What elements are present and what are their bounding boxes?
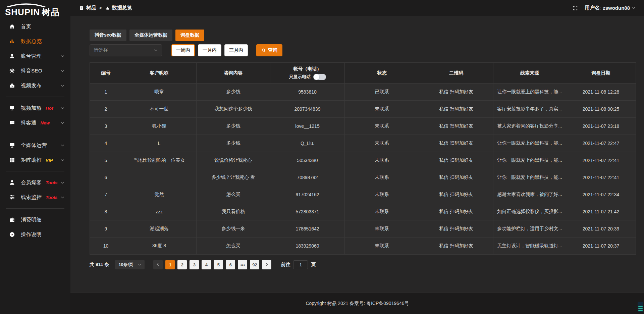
cell-source-link[interactable]: 让你一眼就爱上的黑科技，能...: [493, 135, 566, 152]
sidebar-item-video-publish[interactable]: 视频发布: [0, 79, 70, 92]
sidebar-item-video-heat[interactable]: 视频加热Hot: [0, 102, 70, 114]
cell-source-link[interactable]: 让你一眼就爱上的黑科技，能...: [493, 84, 566, 101]
select-placeholder: 请选择: [94, 47, 108, 53]
page-button-1[interactable]: 1: [165, 260, 175, 269]
sidebar-item-operation-guide[interactable]: ?操作说明: [0, 228, 70, 241]
cell-qrcode-link[interactable]: 私信 扫码加好友: [419, 169, 493, 186]
page-ellipsis-button[interactable]: •••: [238, 260, 247, 269]
sidebar-item-media-operation[interactable]: 全媒体运营: [0, 139, 70, 152]
sidebar-item-label: 矩阵助推: [21, 157, 42, 164]
cell-qrcode-link[interactable]: 私信 扫码加好友: [419, 220, 493, 238]
sidebar-item-lead-monitor[interactable]: 线索监控Tools: [0, 191, 70, 204]
cell-qrcode-link[interactable]: 私信 扫码加好友: [419, 203, 493, 220]
cell-source-link[interactable]: 如何正确选择投影仪，买投影...: [493, 203, 566, 220]
table-row: 1哦章多少钱9583810已联系私信 扫码加好友让你一眼就爱上的黑科技，能...…: [90, 84, 636, 101]
cell-source-link[interactable]: 客厅安装投影半年多了，真实...: [493, 101, 566, 118]
page-size-select[interactable]: 10条/页: [115, 260, 145, 269]
sidebar-item-consumption-detail[interactable]: 消费明细: [0, 213, 70, 226]
cell-id: 1: [90, 84, 122, 101]
cell-nickname: 觉然: [122, 186, 197, 203]
cell-source-link[interactable]: 让你一眼就爱上的黑科技，能...: [493, 152, 566, 169]
cell-nickname: 36度 8: [122, 238, 197, 255]
cell-status: 未联系: [345, 101, 419, 118]
phone-only-toggle[interactable]: [313, 74, 326, 80]
sidebar-item-label: 抖客通: [21, 119, 37, 126]
range-button-1[interactable]: 一月内: [198, 44, 221, 56]
sidebar-menu: 首页数据总览账号管理抖音SEO视频发布视频加热Hot抖客通New全媒体运营矩阵助…: [0, 17, 70, 241]
tab-douyin-seo-data[interactable]: 抖音seo数据: [90, 30, 126, 41]
breadcrumb-item[interactable]: 树品: [79, 5, 96, 11]
app-root: SHUPIN树品 首页数据总览账号管理抖音SEO视频发布视频加热Hot抖客通Ne…: [0, 0, 644, 314]
cell-qrcode-link[interactable]: 私信 扫码加好友: [419, 186, 493, 203]
cell-status: 未联系: [345, 135, 419, 152]
cell-account: 70898792: [270, 169, 345, 186]
next-page-button[interactable]: [262, 260, 271, 269]
tab-inquiry-data[interactable]: 询盘数据: [175, 30, 204, 41]
page-button-6[interactable]: 6: [226, 260, 235, 269]
brand-en: SHUPIN: [5, 8, 40, 16]
username-value: zswodun88: [603, 5, 630, 11]
cell-qrcode-link[interactable]: 私信 扫码加好友: [419, 84, 493, 101]
fullscreen-icon[interactable]: [573, 5, 578, 11]
goto-page-input[interactable]: [293, 260, 308, 269]
topbar: 树品>数据总览 用户名: zswodun88: [70, 0, 644, 16]
breadcrumb-item[interactable]: 数据总览: [105, 5, 132, 11]
goto-page-unit: 页: [311, 262, 316, 268]
search-button[interactable]: 查询: [256, 44, 282, 56]
account-header-label: 帐号（电话）: [270, 66, 344, 72]
range-button-2[interactable]: 三月内: [224, 44, 248, 56]
page-button-92[interactable]: 92: [250, 260, 259, 269]
cell-status: 未联系: [345, 220, 419, 238]
sidebar-item-data-overview[interactable]: 数据总览: [0, 35, 70, 48]
cell-source-link[interactable]: 多功能护栏灯，适用于乡村文...: [493, 220, 566, 238]
floating-widget[interactable]: [638, 302, 643, 312]
sidebar-item-badge: Tools: [46, 195, 58, 200]
sidebar-item-badge: Hot: [46, 106, 53, 111]
table-header-row: 编号客户昵称咨询内容帐号（电话）只显示电话状态二维码线索来源询盘日期: [90, 63, 636, 84]
cell-qrcode-link[interactable]: 私信 扫码加好友: [419, 118, 493, 135]
page-button-4[interactable]: 4: [202, 260, 211, 269]
spacer: [90, 269, 636, 293]
sidebar-item-douyin-seo[interactable]: 抖音SEO: [0, 64, 70, 77]
cell-account: 917024162: [270, 186, 345, 203]
cell-date: 2021-11-07 21:42: [566, 203, 636, 220]
sidebar-item-account-management[interactable]: 账号管理: [0, 50, 70, 62]
total-count: 共 911 条: [90, 262, 109, 268]
cell-qrcode-link[interactable]: 私信 扫码加好友: [419, 238, 493, 255]
cell-nickname: zzz: [122, 203, 197, 220]
cell-source-link[interactable]: 让你一眼就爱上的黑科技，能...: [493, 169, 566, 186]
page-button-3[interactable]: 3: [190, 260, 199, 269]
sidebar-item-label: 视频发布: [21, 82, 42, 89]
cell-qrcode-link[interactable]: 私信 扫码加好友: [419, 101, 493, 118]
sidebar-divider: [6, 171, 64, 171]
prev-page-button[interactable]: [153, 260, 163, 269]
column-header-5: 二维码: [419, 63, 493, 84]
page-number-group: 123456•••92: [165, 260, 259, 269]
cell-qrcode-link[interactable]: 私信 扫码加好友: [419, 152, 493, 169]
grid-icon: [9, 157, 16, 163]
sidebar-item-home[interactable]: 首页: [0, 20, 70, 33]
page-button-5[interactable]: 5: [214, 260, 223, 269]
sidebar-item-douketong[interactable]: 抖客通New: [0, 116, 70, 129]
cell-account: 50534380: [270, 152, 345, 169]
brand-logo: SHUPIN树品: [0, 0, 70, 17]
cell-qrcode-link[interactable]: 私信 扫码加好友: [419, 135, 493, 152]
svg-text:?: ?: [11, 233, 13, 237]
cell-nickname: L: [122, 135, 197, 152]
sidebar-item-matrix-boost[interactable]: 矩阵助推VIP: [0, 154, 70, 166]
cell-source-link[interactable]: 感谢大家喜欢我家，被问了好...: [493, 186, 566, 203]
cell-content: 多少钱: [197, 84, 270, 101]
cell-status: 未联系: [345, 238, 419, 255]
cell-status: 未联系: [345, 152, 419, 169]
cell-content: 我只看价格: [197, 203, 270, 220]
sidebar-item-member-baoke[interactable]: 会员爆客Tools: [0, 176, 70, 189]
table-row: 3狐小狸多少钱love__1215未联系私信 扫码加好友被大家追着问的客厅投影分…: [90, 118, 636, 135]
user-menu[interactable]: 用户名: zswodun88: [585, 5, 636, 11]
range-button-0[interactable]: 一周内: [171, 44, 195, 56]
search-button-label: 查询: [268, 47, 277, 53]
page-button-2[interactable]: 2: [177, 260, 187, 269]
cell-source-link[interactable]: 被大家追着问的客厅投影分享...: [493, 118, 566, 135]
cell-source-link[interactable]: 无主灯设计，智能磁吸轨道灯...: [493, 238, 566, 255]
filter-select[interactable]: 请选择: [90, 44, 162, 56]
tab-media-operation-data[interactable]: 全媒体运营数据: [129, 30, 172, 41]
